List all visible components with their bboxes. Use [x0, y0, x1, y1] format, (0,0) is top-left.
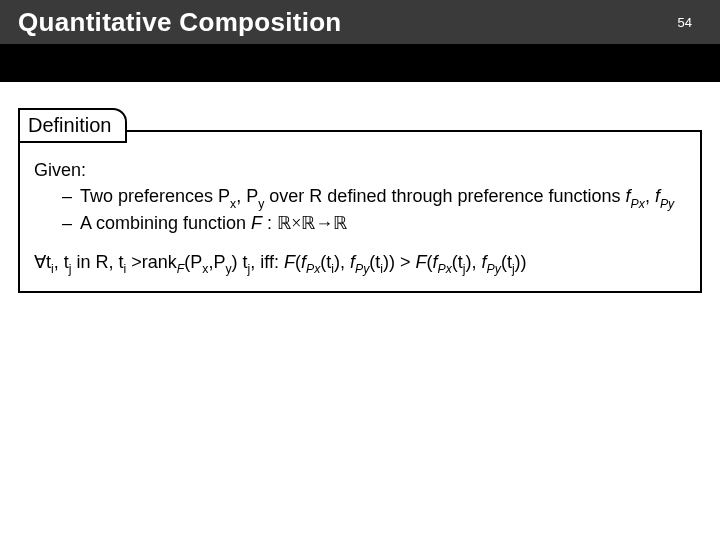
definition-tab: Definition — [18, 108, 127, 143]
conclusion: ∀ti, tj in R, ti >rankF(Px,Py) tj, iff: … — [34, 250, 686, 277]
header-bar: Quantitative Composition 54 — [0, 0, 720, 44]
content-area: Definition Given: Two preferences Px, Py… — [0, 82, 720, 293]
definition-box: Definition Given: Two preferences Px, Py… — [18, 130, 702, 293]
definition-body: Given: Two preferences Px, Py over R def… — [34, 158, 686, 277]
bullet-combining-function: A combining function F : ℝ×ℝ→ℝ — [62, 211, 686, 235]
given-label: Given: — [34, 158, 686, 182]
slide-number: 54 — [678, 15, 692, 30]
given-list: Two preferences Px, Py over R defined th… — [34, 184, 686, 235]
bullet-preferences: Two preferences Px, Py over R defined th… — [62, 184, 686, 211]
slide-title: Quantitative Composition — [18, 7, 342, 38]
black-strip — [0, 44, 720, 82]
